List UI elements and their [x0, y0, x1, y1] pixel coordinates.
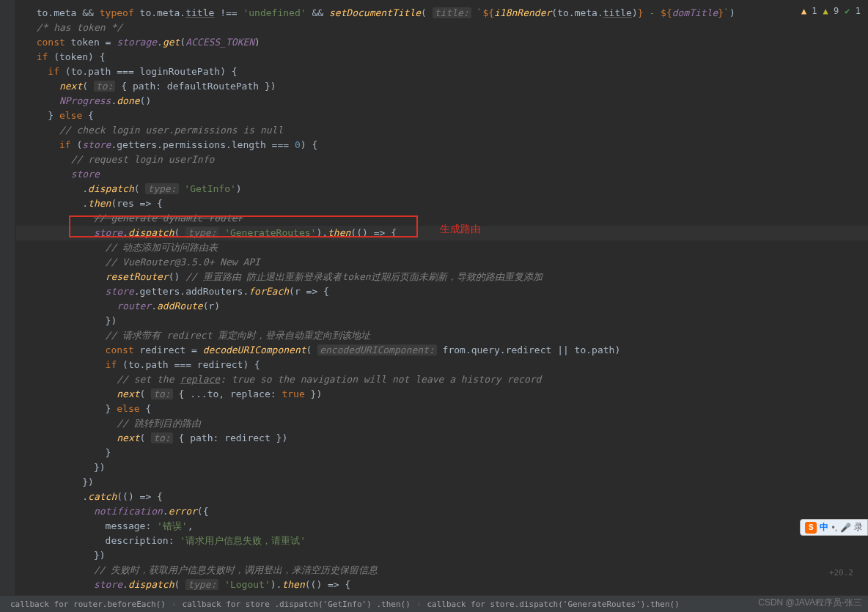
- code-line[interactable]: const redirect = decodeURIComponent( enc…: [16, 343, 868, 358]
- mic-icon[interactable]: 🎤: [840, 523, 851, 533]
- code-line[interactable]: if (store.getters.permissions.length ===…: [16, 138, 868, 152]
- chevron-right-icon: ›: [170, 600, 178, 609]
- code-line[interactable]: // 请求带有 redirect 重定向时，登录自动重定向到该地址: [16, 328, 868, 343]
- chevron-right-icon: ›: [415, 600, 423, 609]
- code-line[interactable]: .catch(() => {: [16, 490, 868, 504]
- code-line[interactable]: // VueRouter@3.5.0+ New API: [16, 255, 868, 270]
- gutter: [0, 0, 15, 595]
- code-line[interactable]: if (to.path === redirect) {: [16, 358, 868, 372]
- code-line[interactable]: store.getters.addRouters.forEach(r => {: [16, 284, 868, 299]
- code-line[interactable]: store.dispatch( type: 'Logout').then(() …: [16, 578, 868, 592]
- code-line[interactable]: // 跳转到目的路由: [16, 416, 868, 431]
- breadcrumb-item[interactable]: callback for router.beforeEach(): [6, 600, 170, 609]
- code-line[interactable]: message: '错误',: [16, 519, 868, 534]
- annotation-label: 生成路由: [440, 223, 481, 236]
- code-line[interactable]: resetRouter() // 重置路由 防止退出重新登录或者token过期后…: [16, 270, 868, 284]
- code-line[interactable]: // set the replace: true so the navigati…: [16, 372, 868, 387]
- code-line[interactable]: notification.error({: [16, 504, 868, 519]
- check-count: 1: [856, 6, 861, 16]
- code-line[interactable]: // 失败时，获取用户信息失败时，调用登出，来清空历史保留信息: [16, 563, 868, 578]
- code-line[interactable]: to.meta && typeof to.meta.title !== 'und…: [16, 6, 868, 21]
- code-line[interactable]: }): [16, 548, 868, 563]
- check-icon: ✔: [845, 6, 850, 16]
- code-line[interactable]: } else {: [16, 402, 868, 416]
- code-line[interactable]: } else {: [16, 108, 868, 123]
- code-line[interactable]: }): [16, 475, 868, 490]
- code-line[interactable]: // request login userInfo: [16, 152, 868, 167]
- ime-lang[interactable]: 中: [820, 521, 828, 534]
- code-line[interactable]: const token = storage.get(ACCESS_TOKEN): [16, 35, 868, 50]
- code-editor[interactable]: ▲ 1 ▲ 9 ✔ 1 to.meta && typeof to.meta.ti…: [0, 0, 868, 595]
- warning-count: 1: [812, 6, 817, 16]
- weak-warning-icon: ▲: [823, 6, 828, 16]
- warning-icon: ▲: [801, 6, 806, 16]
- code-line[interactable]: router.addRoute(r): [16, 299, 868, 314]
- code-line[interactable]: .dispatch( type: 'GetInfo'): [16, 182, 868, 196]
- code-line[interactable]: }): [16, 460, 868, 475]
- code-line[interactable]: next( to: { ...to, replace: true }): [16, 387, 868, 402]
- code-line[interactable]: store: [16, 167, 868, 182]
- breadcrumb-bar[interactable]: callback for router.beforeEach() › callb…: [0, 595, 868, 612]
- code-line[interactable]: description: '请求用户信息失败，请重试': [16, 534, 868, 548]
- watermark-num: +20.2: [829, 568, 853, 578]
- code-line[interactable]: }): [16, 314, 868, 328]
- code-line[interactable]: // 动态添加可访问路由表: [16, 240, 868, 255]
- code-line[interactable]: next( to: { path: defaultRoutePath }): [16, 79, 868, 94]
- code-line[interactable]: next( to: { path: redirect }): [16, 431, 868, 446]
- ime-dots: •,: [831, 523, 837, 533]
- sogou-icon: S: [805, 522, 817, 534]
- code-line[interactable]: }: [16, 446, 868, 460]
- code-content[interactable]: to.meta && typeof to.meta.title !== 'und…: [16, 0, 868, 592]
- weak-warning-count: 9: [834, 6, 839, 16]
- code-line[interactable]: // check login user.permissions is null: [16, 123, 868, 138]
- code-line[interactable]: if (to.path === loginRoutePath) {: [16, 64, 868, 79]
- code-line[interactable]: if (token) {: [16, 50, 868, 64]
- breadcrumb-item[interactable]: callback for store.dispatch('GenerateRou…: [422, 600, 683, 609]
- code-line[interactable]: /* has token */: [16, 21, 868, 35]
- code-line[interactable]: .then(res => {: [16, 196, 868, 211]
- inspection-badges[interactable]: ▲ 1 ▲ 9 ✔ 1: [801, 6, 861, 16]
- code-line[interactable]: NProgress.done(): [16, 94, 868, 108]
- ime-rec[interactable]: 录: [854, 521, 863, 534]
- breadcrumb-item[interactable]: callback for store .dispatch('GetInfo') …: [178, 600, 415, 609]
- ime-widget[interactable]: S 中 •, 🎤 录: [800, 519, 868, 536]
